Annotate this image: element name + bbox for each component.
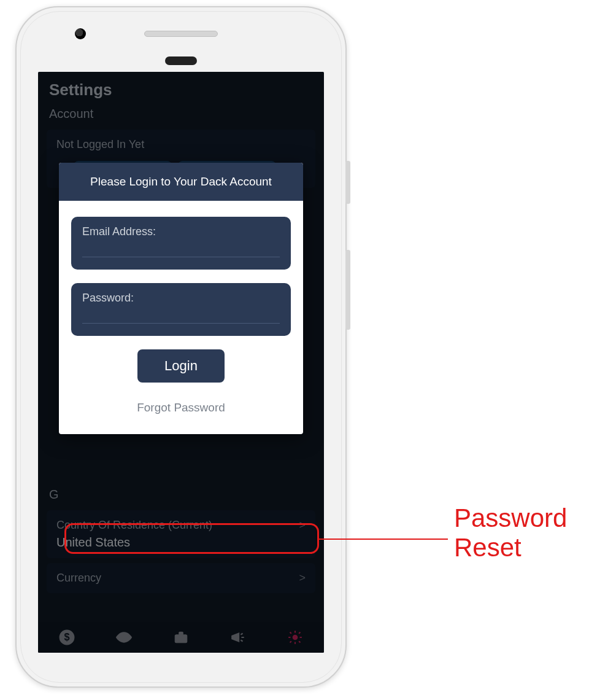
front-camera — [75, 28, 86, 39]
speaker-grill — [144, 31, 218, 37]
briefcase-icon[interactable] — [172, 629, 190, 646]
modal-title: Please Login to Your Dack Account — [59, 163, 303, 201]
svg-text:$: $ — [64, 631, 69, 642]
page-title: Settings — [38, 72, 324, 103]
phone-frame: Settings Account Not Logged In Yet G > C… — [15, 6, 347, 688]
annotation-highlight — [64, 523, 319, 554]
svg-rect-3 — [175, 635, 187, 643]
currency-row[interactable]: > Currency — [47, 563, 315, 593]
bottom-nav: $ — [38, 622, 324, 653]
section-account-label: Account — [38, 103, 324, 125]
forgot-password-link[interactable]: Forgot Password — [71, 392, 291, 419]
email-field[interactable]: Email Address: — [71, 217, 291, 270]
svg-point-5 — [293, 636, 298, 640]
annotation-leader-line — [319, 539, 448, 540]
gear-icon[interactable] — [287, 629, 304, 646]
login-button[interactable]: Login — [137, 349, 225, 383]
login-modal: Please Login to Your Dack Account Email … — [59, 163, 303, 434]
password-label: Password: — [82, 292, 280, 305]
svg-rect-4 — [179, 632, 183, 634]
proximity-sensor — [165, 56, 197, 65]
chevron-right-icon: > — [299, 572, 306, 585]
password-field[interactable]: Password: — [71, 283, 291, 336]
section-general-label: G — [38, 488, 324, 505]
power-button — [345, 161, 350, 204]
svg-point-2 — [122, 636, 126, 640]
annotation-label: Password Reset — [454, 504, 567, 563]
currency-label: Currency — [56, 572, 306, 585]
app-screen: Settings Account Not Logged In Yet G > C… — [38, 72, 324, 653]
volume-button — [345, 250, 350, 330]
money-icon[interactable]: $ — [58, 629, 75, 646]
eye-icon[interactable] — [115, 629, 133, 646]
email-label: Email Address: — [82, 225, 280, 238]
login-status-text: Not Logged In Yet — [56, 138, 144, 150]
megaphone-icon[interactable] — [229, 629, 247, 646]
